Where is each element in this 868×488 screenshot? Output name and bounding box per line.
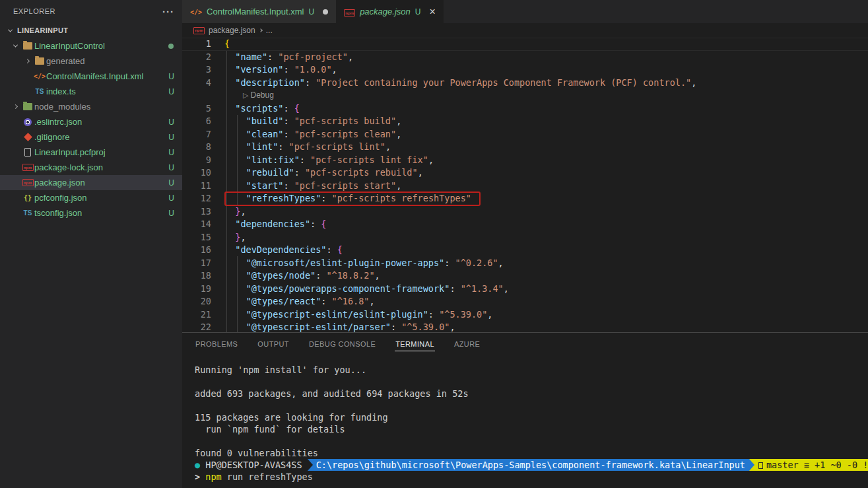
code-line-4: 4 "description": "Project containing you… bbox=[182, 77, 868, 90]
panel-tab-debug-console[interactable]: DEBUG CONSOLE bbox=[308, 337, 376, 351]
explorer-header: EXPLORER ··· bbox=[0, 0, 182, 22]
git-untracked-badge: U bbox=[168, 118, 174, 127]
panel-tab-azure[interactable]: AZURE bbox=[453, 337, 481, 351]
xml-icon: </> bbox=[33, 73, 46, 80]
tree-item-package-lock.json[interactable]: npmpackage-lock.jsonU bbox=[0, 160, 182, 175]
line-number: 3 bbox=[182, 63, 211, 77]
tree-item-LinearInput.pcfproj[interactable]: LinearInput.pcfprojU bbox=[0, 145, 182, 160]
panel-tab-problems[interactable]: PROBLEMS bbox=[195, 337, 238, 351]
tree-item-LinearInputControl[interactable]: LinearInputControl bbox=[0, 38, 182, 53]
line-number: 17 bbox=[182, 257, 211, 270]
line-number: 18 bbox=[182, 269, 211, 283]
workspace-root-label: LINEARINPUT bbox=[17, 26, 68, 34]
folder-icon bbox=[33, 57, 46, 65]
npm-icon: npm bbox=[21, 164, 34, 171]
terminal-line: added 693 packages, and audited 694 pack… bbox=[195, 388, 868, 400]
code-line-3: 3 "version": "1.0.0", bbox=[182, 63, 868, 77]
tree-item-package.json[interactable]: npmpackage.jsonU bbox=[0, 175, 182, 190]
terminal-line: Running 'npm install' for you... bbox=[195, 364, 868, 376]
tab-label: package.json bbox=[360, 7, 411, 17]
code-line-12: 12 "refreshTypes": "pcf-scripts refreshT… bbox=[182, 192, 868, 205]
git-untracked-badge: U bbox=[168, 209, 174, 218]
terminal-line bbox=[195, 400, 868, 411]
terminal-line bbox=[195, 435, 868, 447]
line-number: 13 bbox=[182, 205, 211, 219]
terminal-output[interactable]: Running 'npm install' for you... added 6… bbox=[182, 355, 868, 488]
terminal-line: ● HP@DESKTOP-AVAS4SS C:\repos\github\mic… bbox=[195, 459, 868, 471]
file-tree: LinearInputControlgenerated</>ControlMan… bbox=[0, 38, 182, 221]
git-untracked-badge: U bbox=[168, 72, 174, 81]
tree-root-linearinput[interactable]: LINEARINPUT bbox=[0, 22, 182, 38]
line-number: 5 bbox=[182, 102, 211, 116]
code-line-21: 21 "@typescript-eslint/eslint-plugin": "… bbox=[182, 308, 868, 322]
code-line-17: 17 "@microsoft/eslint-plugin-power-apps"… bbox=[182, 257, 868, 270]
code-line-22: 22 "@typescript-eslint/parser": "^5.39.0… bbox=[182, 321, 868, 332]
panel-tab-bar: PROBLEMSOUTPUTDEBUG CONSOLETERMINALAZURE bbox=[182, 333, 868, 355]
git-untracked-badge: U bbox=[168, 178, 174, 188]
vscode-window: EXPLORER ··· LINEARINPUT LinearInputCont… bbox=[0, 0, 868, 488]
line-number: 8 bbox=[182, 141, 211, 154]
line-number: 21 bbox=[182, 308, 211, 322]
git-untracked-badge: U bbox=[308, 7, 314, 17]
tree-item-.gitignore[interactable]: .gitignoreU bbox=[0, 129, 182, 145]
tree-item-ControlManifest.Input.xml[interactable]: </>ControlManifest.Input.xmlU bbox=[0, 69, 182, 84]
line-number: 10 bbox=[182, 166, 211, 180]
tab-label: ControlManifest.Input.xml bbox=[207, 7, 304, 17]
tree-item-label: index.ts bbox=[46, 87, 76, 96]
tree-item-label: node_modules bbox=[34, 102, 90, 112]
ts-icon: TS bbox=[33, 88, 46, 95]
unsaved-dot-icon[interactable] bbox=[323, 9, 328, 15]
panel-tab-terminal[interactable]: TERMINAL bbox=[395, 337, 435, 351]
tree-item-label: LinearInput.pcfproj bbox=[34, 147, 106, 157]
code-line-20: 20 "@types/react": "^16.8", bbox=[182, 295, 868, 308]
breadcrumb[interactable]: npm package.json ... bbox=[182, 23, 868, 38]
line-number: 2 bbox=[182, 51, 211, 64]
tree-item-node_modules[interactable]: node_modules bbox=[0, 99, 182, 114]
tree-item-label: ControlManifest.Input.xml bbox=[46, 71, 143, 81]
panel-tab-output[interactable]: OUTPUT bbox=[257, 337, 290, 351]
tree-item-pcfconfig.json[interactable]: {}pcfconfig.jsonU bbox=[0, 190, 182, 205]
line-number: 19 bbox=[182, 283, 211, 296]
code-editor[interactable]: 1{2 "name": "pcf-project",3 "version": "… bbox=[182, 38, 868, 332]
tree-item-label: tsconfig.json bbox=[34, 208, 82, 218]
tree-item-tsconfig.json[interactable]: TStsconfig.jsonU bbox=[0, 205, 182, 221]
tree-item-index.ts[interactable]: TSindex.tsU bbox=[0, 84, 182, 99]
code-line-5: 5 "scripts": { bbox=[182, 102, 868, 116]
git-untracked-badge: U bbox=[168, 193, 174, 203]
code-line-8: 8 "lint": "pcf-scripts lint", bbox=[182, 141, 868, 154]
tree-item-label: pcfconfig.json bbox=[34, 193, 87, 203]
doc-icon bbox=[21, 148, 34, 157]
line-number: 20 bbox=[182, 295, 211, 308]
more-actions-icon[interactable]: ··· bbox=[162, 6, 174, 17]
line-number: 12 bbox=[182, 192, 211, 205]
code-line-7: 7 "clean": "pcf-scripts clean", bbox=[182, 128, 868, 141]
git-branch-icon bbox=[758, 462, 763, 469]
terminal-line: 115 packages are looking for funding bbox=[195, 411, 868, 423]
git-untracked-badge: U bbox=[168, 87, 174, 96]
git-icon bbox=[21, 134, 34, 140]
terminal-line bbox=[195, 376, 868, 388]
tab-ControlManifest.Input.xml[interactable]: </>ControlManifest.Input.xmlU bbox=[182, 0, 336, 23]
code-line-18: 18 "@types/node": "^18.8.2", bbox=[182, 269, 868, 283]
line-number: 15 bbox=[182, 231, 211, 244]
code-line-16: 16 "devDependencies": { bbox=[182, 244, 868, 257]
line-number: 14 bbox=[182, 218, 211, 231]
powerline-arrow-icon bbox=[749, 459, 754, 471]
chevron-down-icon bbox=[4, 29, 16, 32]
breadcrumb-chevron-icon bbox=[259, 28, 263, 32]
tab-package.json[interactable]: npmpackage.jsonU× bbox=[336, 0, 444, 23]
code-line-1: 1{ bbox=[182, 38, 868, 51]
editor-area: </>ControlManifest.Input.xmlUnpmpackage.… bbox=[182, 0, 868, 488]
tree-item-generated[interactable]: generated bbox=[0, 53, 182, 69]
tree-item-.eslintrc.json[interactable]: .eslintrc.jsonU bbox=[0, 114, 182, 129]
npm-icon: npm bbox=[21, 179, 34, 186]
line-number: 16 bbox=[182, 244, 211, 257]
ts-icon: TS bbox=[21, 209, 34, 217]
git-untracked-badge: U bbox=[168, 163, 174, 172]
codelens-debug[interactable]: ▷Debug bbox=[182, 89, 868, 102]
code-line-2: 2 "name": "pcf-project", bbox=[182, 51, 868, 64]
line-number: 11 bbox=[182, 180, 211, 193]
chevron-right-icon bbox=[9, 105, 21, 108]
folder-icon bbox=[21, 42, 34, 50]
close-icon[interactable]: × bbox=[429, 7, 435, 17]
